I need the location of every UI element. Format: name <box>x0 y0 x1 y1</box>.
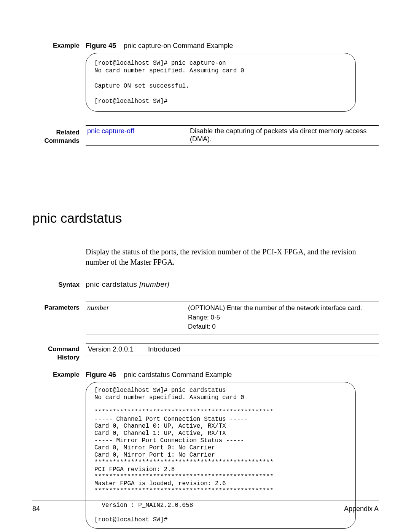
parameter-name: number <box>87 304 188 332</box>
parameter-desc: (OPTIONAL) Enter the number of the netwo… <box>188 304 377 332</box>
example1-label: Example <box>32 42 86 50</box>
terminal-output-1: [root@localhost SW]# pnic capture-on No … <box>86 53 356 112</box>
command-history-row: Command History Version 2.0.0.1 Introduc… <box>32 343 379 362</box>
page-number: 84 <box>32 505 40 513</box>
related-cmd-desc: Disable the capturing of packets via dir… <box>190 127 379 143</box>
related1-label-line2: Commands <box>32 137 80 145</box>
related-commands-1: Related Commands pnic capture-off Disabl… <box>32 125 379 146</box>
parameters-label: Parameters <box>32 302 86 312</box>
figure45-title: Figure 45 pnic capture-on Command Exampl… <box>86 42 379 50</box>
related1-label-line1: Related <box>32 128 80 137</box>
command-heading: pnic cardstatus <box>32 211 379 226</box>
related-cmd-row: pnic capture-off Disable the capturing o… <box>86 126 379 145</box>
parameter-row: number (OPTIONAL) Enter the number of th… <box>86 302 379 334</box>
section-description: Display the status of the ports, the rev… <box>86 247 379 267</box>
history-version: Version 2.0.0.1 <box>88 345 134 353</box>
parameters-row: Parameters number (OPTIONAL) Enter the n… <box>32 302 379 334</box>
history-label-line2: History <box>32 353 80 362</box>
history-row: Version 2.0.0.1 Introduced <box>86 344 379 356</box>
figure46-title: Figure 46 pnic cardstatus Command Exampl… <box>86 371 379 379</box>
appendix-label: Appendix A <box>344 505 379 513</box>
history-note: Introduced <box>148 345 180 353</box>
syntax-row: Syntax pnic cardstatus [number] <box>32 280 379 289</box>
example1-section: Example Figure 45 pnic capture-on Comman… <box>32 42 379 112</box>
section-description-row: Display the status of the ports, the rev… <box>32 247 379 267</box>
history-label-line1: Command <box>32 345 80 353</box>
example2-label: Example <box>32 371 86 379</box>
syntax-label: Syntax <box>32 280 86 289</box>
syntax-text: pnic cardstatus [number] <box>86 280 379 289</box>
page-footer: 84 Appendix A <box>32 500 379 513</box>
link-pnic-capture-off[interactable]: pnic capture-off <box>87 127 190 143</box>
